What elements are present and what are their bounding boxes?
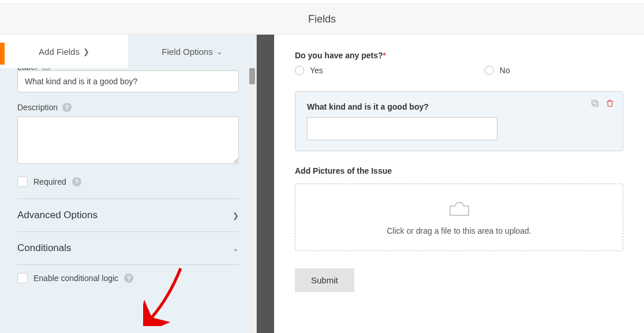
scrollbar[interactable] [248, 68, 256, 333]
upload-icon [310, 199, 608, 219]
form-preview: Do you have any pets?* Yes No [274, 35, 644, 333]
description-row: Description ? [17, 103, 239, 112]
radio-option-yes[interactable]: Yes [295, 66, 323, 75]
duplicate-icon[interactable] [590, 99, 600, 108]
upload-field-label: Add Pictures of the Issue [295, 166, 623, 175]
label-input[interactable] [17, 70, 239, 92]
tab-add-fields-label: Add Fields [39, 47, 80, 57]
file-dropzone[interactable]: Click or drag a file to this area to upl… [295, 184, 623, 251]
description-textarea[interactable] [17, 117, 239, 164]
enable-conditional-checkbox[interactable] [17, 273, 28, 283]
chevron-down-icon: ⌄ [216, 47, 223, 56]
tab-add-fields[interactable]: Add Fields ❯ [0, 35, 128, 68]
required-checkbox[interactable] [17, 177, 28, 187]
help-icon[interactable]: ? [62, 103, 72, 112]
radio-option-no[interactable]: No [485, 66, 510, 75]
svg-rect-1 [592, 100, 597, 105]
required-label: Required [33, 177, 66, 186]
radio-circle-icon[interactable] [485, 66, 494, 75]
tab-field-options[interactable]: Field Options ⌄ [128, 35, 256, 68]
header-title: Fields [308, 13, 336, 25]
submit-button[interactable]: Submit [295, 268, 354, 292]
advanced-options-label: Advanced Options [17, 209, 98, 221]
required-star: * [383, 51, 385, 60]
conditionals-section[interactable]: Conditionals ⌄ [17, 232, 239, 265]
panel-body: Label ? Description ? Required ? Advance… [0, 68, 256, 333]
sidebar-tabs: Add Fields ❯ Field Options ⌄ [0, 35, 256, 68]
enable-conditional-label: Enable conditional logic [33, 274, 118, 283]
svg-rect-0 [593, 102, 598, 106]
chevron-down-icon: ⌄ [233, 244, 239, 253]
active-indicator [0, 43, 5, 65]
tab-field-options-label: Field Options [162, 47, 212, 57]
selected-field-card[interactable]: What kind and is it a good boy? [295, 91, 623, 151]
radio-no-label: No [500, 66, 510, 75]
chevron-right-icon: ❯ [83, 47, 89, 56]
description-label: Description [17, 103, 58, 112]
required-row[interactable]: Required ? [17, 177, 239, 187]
dropzone-text: Click or drag a file to this area to upl… [387, 226, 531, 235]
radio-row: Yes No [295, 66, 623, 75]
help-icon[interactable]: ? [124, 274, 133, 283]
selected-field-label: What kind and is it a good boy? [307, 102, 611, 111]
help-icon[interactable]: ? [72, 177, 81, 186]
question-label: Do you have any pets?* [295, 51, 623, 60]
radio-circle-icon[interactable] [295, 66, 304, 75]
sidebar-panel: Add Fields ❯ Field Options ⌄ Label ? Des… [0, 35, 257, 333]
delete-icon[interactable] [605, 99, 615, 108]
scroll-thumb[interactable] [249, 68, 255, 84]
chevron-right-icon: ❯ [233, 211, 239, 220]
preview-area: Do you have any pets?* Yes No [257, 35, 644, 333]
conditionals-label: Conditionals [17, 242, 72, 254]
advanced-options-section[interactable]: Advanced Options ❯ [17, 199, 239, 232]
page-header: Fields [0, 3, 644, 35]
text-input-preview[interactable] [307, 117, 497, 140]
enable-conditional-row[interactable]: Enable conditional logic ? [17, 273, 239, 283]
radio-yes-label: Yes [310, 66, 323, 75]
